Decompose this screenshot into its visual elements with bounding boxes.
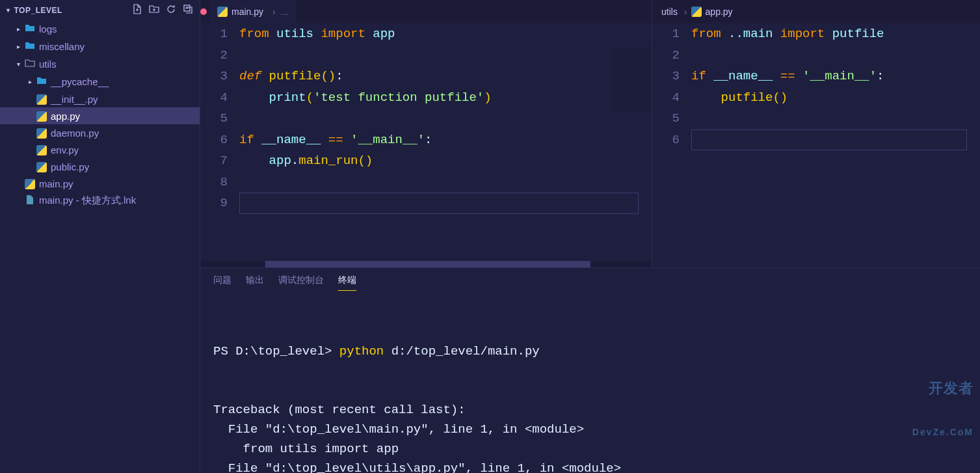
- editor-pane-left: main.py › ... 123456789 from utils impor…: [200, 0, 652, 267]
- refresh-icon[interactable]: [166, 4, 176, 16]
- tree-item-label: daemon.py: [51, 128, 99, 139]
- main-area: main.py › ... 123456789 from utils impor…: [200, 0, 980, 473]
- tree-item-__init__-py[interactable]: ▸__init__.py: [0, 90, 200, 107]
- tab-bar-right: utils › app.py: [652, 0, 980, 23]
- code-area-right[interactable]: 123456 from ..main import putfileif __na…: [652, 23, 980, 267]
- file-tree: ▸logs▸miscellany▾utils▸__pycache__▸__ini…: [0, 20, 200, 209]
- python-icon: [691, 7, 702, 17]
- terminal-prompt: PS D:\top_level>: [213, 344, 339, 358]
- chevron-right-icon: ›: [682, 7, 687, 17]
- scrollbar-thumb[interactable]: [265, 261, 590, 267]
- python-icon: [35, 161, 48, 172]
- folder-icon: [23, 40, 36, 53]
- python-icon: [35, 93, 48, 105]
- chevron-right-icon: ›: [272, 7, 276, 17]
- code-lines[interactable]: from ..main import putfileif __name__ ==…: [691, 23, 980, 267]
- chevron-right-icon: ▸: [13, 25, 23, 33]
- breadcrumb-part[interactable]: app.py: [706, 7, 733, 17]
- terminal-command-args: d:/top_level/main.py: [384, 344, 539, 358]
- chevron-right-icon: ▸: [25, 78, 35, 85]
- new-file-icon[interactable]: [132, 4, 142, 16]
- horizontal-scrollbar[interactable]: [200, 261, 652, 267]
- panel-tab-output[interactable]: 输出: [246, 275, 264, 291]
- tree-item-label: logs: [39, 23, 57, 34]
- python-icon: [217, 7, 228, 17]
- project-title: TOP_LEVEL: [14, 6, 62, 15]
- tree-item-app-py[interactable]: ▸app.py: [0, 107, 200, 124]
- tab-label: main.py: [232, 7, 263, 17]
- tree-item-public-py[interactable]: ▸public.py: [0, 158, 200, 175]
- tree-item-label: main.py: [39, 178, 73, 189]
- code-lines[interactable]: from utils import appdef putfile(): prin…: [239, 23, 652, 261]
- python-icon: [23, 178, 36, 189]
- tree-item-env-py[interactable]: ▸env.py: [0, 141, 200, 158]
- breadcrumb-right[interactable]: utils › app.py: [652, 0, 741, 23]
- editor-pane-right: utils › app.py 123456 from ..main import…: [652, 0, 980, 267]
- tree-item-label: __init__.py: [51, 94, 98, 105]
- explorer-sidebar: ▾ TOP_LEVEL ▸logs▸miscellany▾utils▸__pyc…: [0, 0, 200, 473]
- tree-item-label: main.py - 快捷方式.lnk: [39, 195, 136, 207]
- tree-item-__pycache__[interactable]: ▸__pycache__: [0, 73, 200, 90]
- python-icon: [35, 144, 48, 155]
- terminal[interactable]: PS D:\top_level> python d:/top_level/mai…: [200, 291, 980, 473]
- tree-item-label: app.py: [51, 111, 80, 122]
- python-icon: [35, 127, 48, 139]
- tree-item-label: public.py: [51, 161, 89, 172]
- minimap[interactable]: [613, 47, 652, 112]
- breadcrumb[interactable]: › ...: [267, 7, 288, 17]
- explorer-header[interactable]: ▾ TOP_LEVEL: [0, 0, 200, 20]
- tree-item-label: utils: [39, 59, 57, 70]
- file-link-icon: [23, 195, 36, 207]
- panel-tab-debug-console[interactable]: 调试控制台: [278, 275, 324, 291]
- code-area-left[interactable]: 123456789 from utils import appdef putfi…: [200, 23, 652, 261]
- folder-icon: [23, 23, 36, 35]
- gutter: 123456: [652, 23, 691, 267]
- tree-item-daemon-py[interactable]: ▸daemon.py: [0, 124, 200, 141]
- chevron-down-icon: ▾: [13, 61, 23, 68]
- bottom-panel: 问题输出调试控制台终端 PS D:\top_level> python d:/t…: [200, 267, 980, 473]
- collapse-all-icon[interactable]: [183, 4, 193, 16]
- python-icon: [35, 110, 48, 122]
- dirty-indicator-icon: [200, 8, 207, 15]
- tree-item-logs[interactable]: ▸logs: [0, 20, 200, 38]
- terminal-command: python: [339, 344, 384, 358]
- folder-icon: [35, 75, 48, 88]
- tab-bar-left: main.py › ...: [200, 0, 652, 23]
- new-folder-icon[interactable]: [149, 4, 159, 16]
- panel-tab-problems[interactable]: 问题: [213, 275, 232, 291]
- tree-item-label: miscellany: [39, 41, 85, 52]
- breadcrumb-part[interactable]: utils: [661, 7, 678, 17]
- terminal-output: Traceback (most recent call last): File …: [213, 400, 967, 473]
- chevron-right-icon: ▸: [13, 43, 23, 50]
- panel-tabs: 问题输出调试控制台终端: [200, 268, 980, 291]
- tree-item-label: __pycache__: [51, 76, 109, 87]
- tree-item-main-py[interactable]: ▸main.py: [0, 175, 200, 192]
- editors-split: main.py › ... 123456789 from utils impor…: [200, 0, 980, 267]
- tree-item-miscellany[interactable]: ▸miscellany: [0, 38, 200, 55]
- panel-tab-terminal[interactable]: 终端: [338, 275, 356, 291]
- tree-item-label: env.py: [51, 144, 79, 155]
- folder-open-icon: [23, 58, 36, 70]
- tree-item-utils[interactable]: ▾utils: [0, 55, 200, 73]
- gutter: 123456789: [200, 23, 239, 261]
- tab-main-py[interactable]: main.py › ...: [209, 0, 296, 23]
- tree-item-main-py-lnk[interactable]: ▸main.py - 快捷方式.lnk: [0, 192, 200, 209]
- chevron-down-icon: ▾: [7, 7, 10, 14]
- explorer-actions: [132, 4, 193, 16]
